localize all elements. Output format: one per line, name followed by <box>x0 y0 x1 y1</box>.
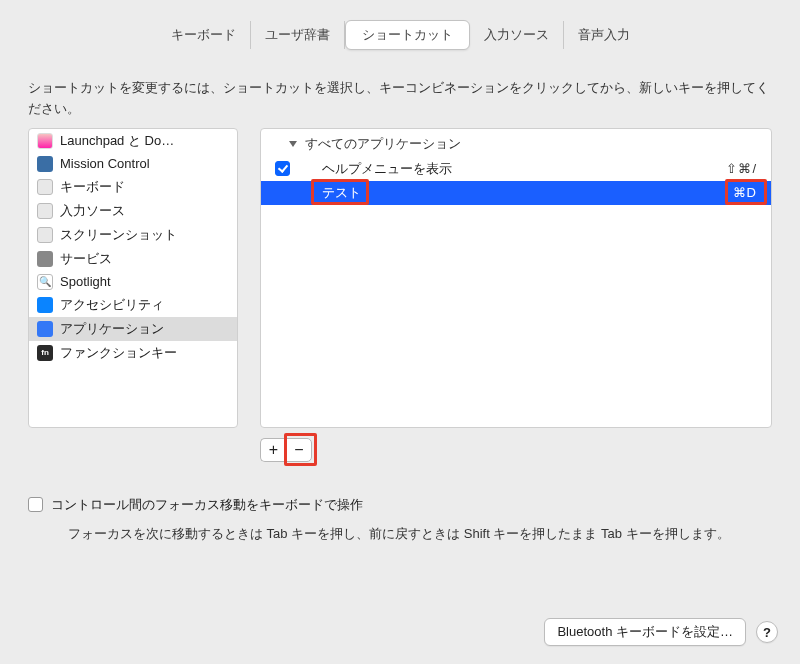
focus-checkbox[interactable] <box>28 497 43 512</box>
spotlight-icon: 🔍 <box>37 274 53 290</box>
fn-icon: fn <box>37 345 53 361</box>
sidebar-item-label: Mission Control <box>60 156 150 171</box>
sidebar-item-fnkeys[interactable]: fn ファンクションキー <box>29 341 237 365</box>
sidebar-item-label: サービス <box>60 250 112 268</box>
sidebar-item-services[interactable]: サービス <box>29 247 237 271</box>
sidebar-item-label: キーボード <box>60 178 125 196</box>
sidebar-item-label: スクリーンショット <box>60 226 177 244</box>
sidebar-item-label: アプリケーション <box>60 320 164 338</box>
footer: Bluetooth キーボードを設定… ? <box>544 618 778 646</box>
sidebar-item-label: Launchpad と Do… <box>60 132 174 150</box>
sidebar-item-accessibility[interactable]: アクセシビリティ <box>29 293 237 317</box>
prefs-window: キーボード ユーザ辞書 ショートカット 入力ソース 音声入力 ショートカットを変… <box>0 0 800 664</box>
apps-icon <box>37 321 53 337</box>
shortcut-row[interactable]: ヘルプメニューを表示 ⇧⌘/ <box>261 157 771 181</box>
shortcut-keys[interactable]: ⇧⌘/ <box>726 161 761 176</box>
shortcut-label: ヘルプメニューを表示 <box>298 160 718 178</box>
detail-pane: すべてのアプリケーション ヘルプメニューを表示 ⇧⌘/ テスト ⌘D + − <box>260 128 772 462</box>
tab-shortcuts[interactable]: ショートカット <box>345 20 470 50</box>
category-sidebar[interactable]: Launchpad と Do… Mission Control キーボード 入力… <box>28 128 238 428</box>
focus-explain: フォーカスを次に移動するときは Tab キーを押し、前に戻すときは Shift … <box>68 524 772 545</box>
focus-checkbox-row[interactable]: コントロール間のフォーカス移動をキーボードで操作 <box>28 496 772 514</box>
group-header-label: すべてのアプリケーション <box>305 135 461 153</box>
keyboard-icon <box>37 179 53 195</box>
input-sources-icon <box>37 203 53 219</box>
help-button[interactable]: ? <box>756 621 778 643</box>
tab-keyboard[interactable]: キーボード <box>157 21 251 49</box>
shortcut-label: テスト <box>298 184 725 202</box>
shortcut-row-selected[interactable]: テスト ⌘D <box>261 181 771 205</box>
shortcut-keys[interactable]: ⌘D <box>733 185 761 200</box>
services-icon <box>37 251 53 267</box>
screenshot-icon <box>37 227 53 243</box>
add-button[interactable]: + <box>260 438 286 462</box>
panes: Launchpad と Do… Mission Control キーボード 入力… <box>28 128 772 462</box>
bluetooth-setup-button[interactable]: Bluetooth キーボードを設定… <box>544 618 746 646</box>
tab-inputsources[interactable]: 入力ソース <box>470 21 564 49</box>
sidebar-item-label: アクセシビリティ <box>60 296 164 314</box>
shortcut-checkbox[interactable] <box>275 161 290 176</box>
sidebar-item-launchpad[interactable]: Launchpad と Do… <box>29 129 237 153</box>
sidebar-item-label: ファンクションキー <box>60 344 177 362</box>
tab-userdict[interactable]: ユーザ辞書 <box>251 21 345 49</box>
group-header[interactable]: すべてのアプリケーション <box>261 129 771 157</box>
sidebar-item-keyboard[interactable]: キーボード <box>29 175 237 199</box>
sidebar-item-spotlight[interactable]: 🔍 Spotlight <box>29 271 237 293</box>
mission-control-icon <box>37 156 53 172</box>
lower-section: コントロール間のフォーカス移動をキーボードで操作 フォーカスを次に移動するときは… <box>28 496 772 545</box>
accessibility-icon <box>37 297 53 313</box>
sidebar-item-mission[interactable]: Mission Control <box>29 153 237 175</box>
instruction-text: ショートカットを変更するには、ショートカットを選択し、キーコンビネーションをクリ… <box>0 50 800 128</box>
tab-bar: キーボード ユーザ辞書 ショートカット 入力ソース 音声入力 <box>0 0 800 50</box>
focus-checkbox-label: コントロール間のフォーカス移動をキーボードで操作 <box>51 496 363 514</box>
sidebar-item-input[interactable]: 入力ソース <box>29 199 237 223</box>
sidebar-item-label: 入力ソース <box>60 202 125 220</box>
sidebar-item-label: Spotlight <box>60 274 111 289</box>
add-remove-buttons: + − <box>260 438 772 462</box>
tab-dictation[interactable]: 音声入力 <box>564 21 644 49</box>
sidebar-item-apps[interactable]: アプリケーション <box>29 317 237 341</box>
remove-button[interactable]: − <box>286 438 312 462</box>
disclosure-triangle-icon[interactable] <box>289 141 297 147</box>
shortcut-list[interactable]: すべてのアプリケーション ヘルプメニューを表示 ⇧⌘/ テスト ⌘D <box>260 128 772 428</box>
sidebar-item-screenshot[interactable]: スクリーンショット <box>29 223 237 247</box>
launchpad-icon <box>37 133 53 149</box>
